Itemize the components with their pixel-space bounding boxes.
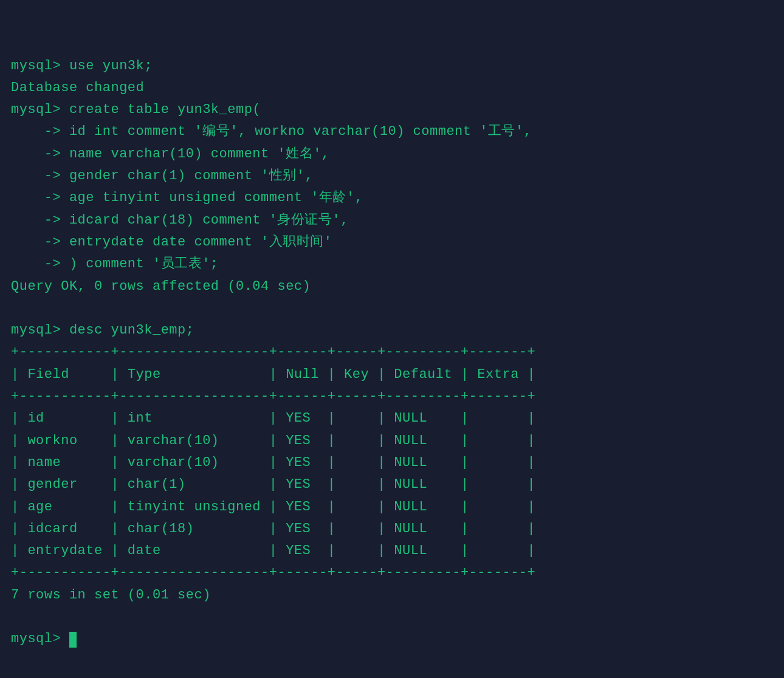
table-header-row: | Field | Type | Null | Key | Default | … bbox=[11, 367, 535, 382]
terminal-line: -> age tinyint unsigned comment '年龄', bbox=[11, 190, 363, 205]
table-row: | idcard | char(18) | YES | | NULL | | bbox=[11, 521, 535, 536]
table-row: | gender | char(1) | YES | | NULL | | bbox=[11, 477, 535, 492]
terminal-line: -> id int comment '编号', workno varchar(1… bbox=[11, 124, 532, 139]
terminal-line: mysql> desc yun3k_emp; bbox=[11, 323, 194, 338]
terminal-line: -> idcard char(18) comment '身份证号', bbox=[11, 213, 349, 228]
terminal-line: -> entrydate date comment '入职时间' bbox=[11, 235, 332, 250]
mysql-prompt[interactable]: mysql> bbox=[11, 631, 69, 646]
result-summary: 7 rows in set (0.01 sec) bbox=[11, 587, 211, 603]
table-row: | entrydate | date | YES | | NULL | | bbox=[11, 543, 535, 558]
terminal-line: -> name varchar(10) comment '姓名', bbox=[11, 146, 330, 162]
table-row: | id | int | YES | | NULL | | bbox=[11, 411, 535, 426]
terminal-line: mysql> create table yun3k_emp( bbox=[11, 102, 261, 117]
table-border: +-----------+------------------+------+-… bbox=[11, 565, 535, 580]
cursor-icon bbox=[69, 632, 77, 648]
terminal-line: Database changed bbox=[11, 80, 144, 95]
table-row: | age | tinyint unsigned | YES | | NULL … bbox=[11, 499, 535, 515]
terminal-line: -> ) comment '员工表'; bbox=[11, 256, 219, 272]
terminal-output[interactable]: mysql> use yun3k; Database changed mysql… bbox=[11, 55, 773, 651]
terminal-line: -> gender char(1) comment '性别', bbox=[11, 168, 313, 183]
terminal-line: Query OK, 0 rows affected (0.04 sec) bbox=[11, 279, 311, 294]
terminal-line: mysql> use yun3k; bbox=[11, 58, 153, 74]
table-border: +-----------+------------------+------+-… bbox=[11, 389, 535, 404]
table-row: | workno | varchar(10) | YES | | NULL | … bbox=[11, 433, 535, 448]
table-border: +-----------+------------------+------+-… bbox=[11, 344, 535, 360]
table-row: | name | varchar(10) | YES | | NULL | | bbox=[11, 455, 535, 470]
